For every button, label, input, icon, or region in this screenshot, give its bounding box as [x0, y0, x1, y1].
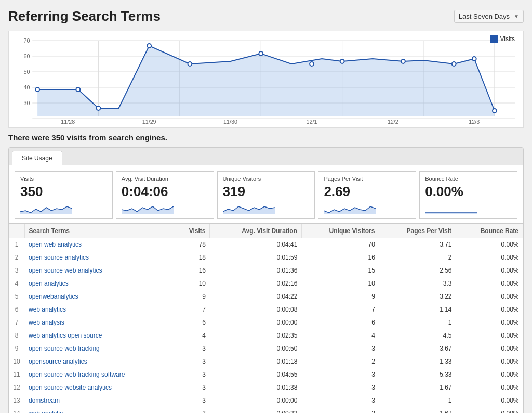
metric-bounce-rate-label: Bounce Rate: [425, 176, 512, 182]
row-bounce: 0.00%: [456, 277, 523, 290]
legend-color-visits: [490, 35, 498, 43]
metric-unique-visitors: Unique Visitors 319: [217, 171, 315, 219]
row-num: 14: [9, 407, 24, 413]
row-pages: 3.3: [379, 277, 456, 290]
row-term[interactable]: open web analytics: [24, 238, 174, 251]
metric-pages-per-visit-value: 2.69: [324, 184, 410, 199]
row-term[interactable]: open source web tracking: [24, 342, 174, 355]
svg-marker-39: [324, 206, 376, 214]
row-term[interactable]: open source website analytics: [24, 381, 174, 394]
table-row: 8 web analytics open source 4 0:02:35 4 …: [9, 329, 523, 342]
table-row: 14 web analytic 3 0:00:22 3 1.67 0.00%: [9, 407, 523, 413]
table-row: 10 opensource analytics 3 0:01:18 2 1.33…: [9, 355, 523, 368]
search-terms-table: Search Terms Visits Avg. Visit Duration …: [9, 224, 523, 413]
row-term[interactable]: open source web tracking software: [24, 368, 174, 381]
row-num: 1: [9, 238, 24, 251]
data-table-wrapper: Search Terms Visits Avg. Visit Duration …: [8, 224, 524, 413]
tab-site-usage[interactable]: Site Usage: [12, 151, 62, 165]
table-row: 1 open web analytics 78 0:04:41 70 3.71 …: [9, 238, 523, 251]
svg-point-28: [188, 62, 192, 66]
svg-text:30: 30: [23, 100, 30, 106]
metric-visits-sparkline: [20, 201, 72, 214]
row-avg-duration: 0:01:59: [210, 251, 301, 264]
svg-point-30: [310, 62, 314, 66]
chevron-down-icon: ▼: [514, 14, 519, 19]
row-num: 12: [9, 381, 24, 394]
row-avg-duration: 0:00:00: [210, 394, 301, 407]
tabs-container: Site Usage Visits 350 Avg. Visit Duratio…: [8, 147, 524, 224]
row-num: 10: [9, 355, 24, 368]
metric-avg-duration-label: Avg. Visit Duration: [122, 176, 208, 182]
row-bounce: 0.00%: [456, 251, 523, 264]
row-term[interactable]: open source web analytics: [24, 264, 174, 277]
row-visits: 4: [174, 329, 210, 342]
row-unique: 3: [301, 407, 379, 413]
row-visits: 16: [174, 264, 210, 277]
row-visits: 6: [174, 316, 210, 329]
row-bounce: 0.00%: [456, 355, 523, 368]
row-num: 6: [9, 303, 24, 316]
row-term[interactable]: web analysis: [24, 316, 174, 329]
row-avg-duration: 0:00:50: [210, 342, 301, 355]
row-unique: 10: [301, 277, 379, 290]
row-pages: 1: [379, 316, 456, 329]
table-row: 4 open analytics 10 0:02:16 10 3.3 0.00%: [9, 277, 523, 290]
metric-unique-visitors-label: Unique Visitors: [223, 176, 310, 182]
metric-unique-visitors-sparkline: [223, 201, 275, 214]
metric-bounce-rate-sparkline: [425, 201, 477, 214]
row-bounce: 0.00%: [456, 290, 523, 303]
metric-visits-label: Visits: [20, 176, 107, 182]
col-num: [9, 224, 24, 238]
row-visits: 3: [174, 394, 210, 407]
row-term[interactable]: web analytic: [24, 407, 174, 413]
table-row: 6 web analytics 7 0:00:08 7 1.14 0.00%: [9, 303, 523, 316]
date-range-dropdown[interactable]: Last Seven Days ▼: [454, 10, 524, 23]
row-term[interactable]: web analytics open source: [24, 329, 174, 342]
row-avg-duration: 0:00:00: [210, 316, 301, 329]
svg-point-25: [76, 87, 80, 92]
metric-unique-visitors-value: 319: [223, 184, 310, 199]
table-row: 11 open source web tracking software 3 0…: [9, 368, 523, 381]
metric-avg-duration-sparkline: [122, 201, 174, 214]
row-term[interactable]: open source analytics: [24, 251, 174, 264]
row-unique: 2: [301, 355, 379, 368]
summary-text: There were 350 visits from search engine…: [8, 133, 524, 142]
row-pages: 1.33: [379, 355, 456, 368]
row-term[interactable]: domstream: [24, 394, 174, 407]
svg-text:11/30: 11/30: [223, 119, 237, 124]
row-unique: 15: [301, 264, 379, 277]
row-unique: 3: [301, 368, 379, 381]
col-visits[interactable]: Visits: [174, 224, 210, 238]
row-bounce: 0.00%: [456, 316, 523, 329]
row-term[interactable]: open analytics: [24, 277, 174, 290]
row-avg-duration: 0:01:36: [210, 264, 301, 277]
chart-container: Visits 70 60 50 40 30 11/28 11/29 11/30 …: [8, 31, 524, 128]
row-num: 2: [9, 251, 24, 264]
svg-point-31: [340, 59, 344, 63]
col-pages-per-visit[interactable]: Pages Per Visit: [379, 224, 456, 238]
metrics-row: Visits 350 Avg. Visit Duration 0:04:06 U…: [9, 165, 523, 224]
row-bounce: 0.00%: [456, 342, 523, 355]
row-visits: 3: [174, 407, 210, 413]
metric-visits-value: 350: [20, 184, 107, 199]
row-term[interactable]: web analytics: [24, 303, 174, 316]
row-bounce: 0.00%: [456, 381, 523, 394]
date-range-label: Last Seven Days: [459, 12, 510, 20]
svg-point-33: [452, 62, 456, 66]
row-term[interactable]: opensource analytics: [24, 355, 174, 368]
row-num: 13: [9, 394, 24, 407]
svg-text:70: 70: [23, 37, 30, 44]
row-bounce: 0.00%: [456, 238, 523, 251]
table-row: 5 openwebanalytics 9 0:04:22 9 3.22 0.00…: [9, 290, 523, 303]
svg-text:12/1: 12/1: [307, 119, 317, 124]
metric-avg-duration: Avg. Visit Duration 0:04:06: [116, 171, 214, 219]
col-search-terms[interactable]: Search Terms: [24, 224, 174, 238]
row-term[interactable]: openwebanalytics: [24, 290, 174, 303]
table-row: 3 open source web analytics 16 0:01:36 1…: [9, 264, 523, 277]
row-bounce: 0.00%: [456, 303, 523, 316]
col-avg-duration[interactable]: Avg. Visit Duration: [210, 224, 301, 238]
row-num: 11: [9, 368, 24, 381]
row-avg-duration: 0:02:35: [210, 329, 301, 342]
col-unique-visitors[interactable]: Unique Visitors: [301, 224, 379, 238]
col-bounce-rate[interactable]: Bounce Rate: [456, 224, 523, 238]
